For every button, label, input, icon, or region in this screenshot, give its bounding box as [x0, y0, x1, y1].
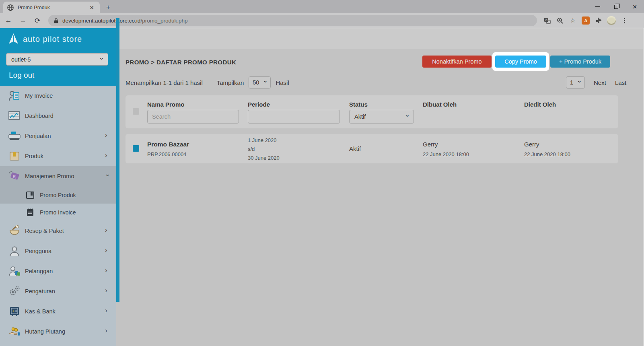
page-number-select[interactable]: 1 — [566, 76, 585, 89]
gear-icon — [8, 285, 21, 297]
hand-coins-icon — [8, 325, 21, 338]
safe-icon — [8, 305, 21, 317]
sidebar-subitem-promo-produk[interactable]: Promo Produk — [0, 186, 116, 204]
sidebar-item-hutang-piutang[interactable]: Hutang Piutang — [0, 321, 116, 342]
promo-produk-icon — [25, 190, 35, 200]
tab-title: Promo Produk — [18, 5, 88, 10]
sidebar-item-label: Resep & Paket — [25, 228, 64, 234]
window-minimize-button[interactable] — [588, 0, 607, 13]
window-restore-button[interactable] — [607, 0, 625, 13]
window-controls: ✕ — [588, 0, 644, 13]
bookmark-star-icon[interactable]: ☆ — [568, 15, 578, 26]
show-label: Tampilkan — [217, 79, 244, 86]
product-box-icon — [8, 150, 21, 162]
column-header-periode: Periode — [248, 101, 270, 108]
sidebar-item-pengaturan[interactable]: Pengaturan — [0, 281, 116, 301]
mortar-pestle-icon — [8, 225, 21, 237]
back-button[interactable]: ← — [2, 14, 14, 27]
promo-code: PRP.2006.00004 — [147, 151, 186, 157]
promo-name[interactable]: Promo Bazaar — [147, 141, 189, 148]
sidebar-item-resep-paket[interactable]: Resep & Paket — [0, 221, 116, 241]
created-by: Gerry — [423, 141, 438, 148]
chevron-right-icon — [105, 289, 109, 293]
chevron-right-icon — [105, 134, 109, 138]
copy-promo-highlight: Copy Promo — [492, 52, 549, 71]
status-filter-select[interactable]: Aktif — [349, 110, 414, 124]
sidebar: auto pilot store outlet-5 Log out My Inv… — [0, 28, 116, 346]
address-bar[interactable]: development.autopilotstore.co.id/promo_p… — [48, 15, 537, 26]
periode-filter-input[interactable] — [248, 110, 340, 124]
pagination-next[interactable]: Next — [594, 79, 606, 86]
sidebar-scrollbar[interactable] — [116, 18, 119, 302]
browser-tab[interactable]: Promo Produk ✕ — [3, 2, 100, 13]
sidebar-item-label: Manajemen Promo — [25, 173, 74, 179]
logout-link[interactable]: Log out — [9, 71, 34, 80]
chevron-right-icon — [105, 309, 109, 313]
chevron-down-icon — [577, 80, 581, 84]
window-close-button[interactable]: ✕ — [625, 0, 644, 13]
deactivate-promo-button[interactable]: Nonaktifkan Promo — [422, 56, 492, 68]
browser-toolbar: ← → ⟳ development.autopilotstore.co.id/p… — [0, 13, 644, 28]
copy-promo-button[interactable]: Copy Promo — [495, 56, 546, 68]
promo-status: Aktif — [349, 145, 361, 152]
period-start: 1 June 2020 — [248, 137, 277, 143]
promo-invoice-icon — [25, 208, 35, 217]
table-row[interactable]: Promo Bazaar PRP.2006.00004 1 June 2020 … — [126, 134, 618, 163]
page-size-select[interactable]: 50 — [249, 76, 271, 89]
breadcrumb: PROMO > DAFTAR PROMO PRODUK — [126, 59, 236, 66]
chevron-down-icon — [263, 80, 267, 84]
sidebar-item-pengguna[interactable]: Pengguna — [0, 241, 116, 261]
paper-plane-logo-icon — [8, 33, 19, 45]
tab-close-icon[interactable]: ✕ — [88, 4, 96, 11]
status-filter-value: Aktif — [354, 113, 366, 120]
chevron-right-icon — [105, 269, 109, 273]
brand: auto pilot store — [8, 33, 82, 45]
forward-button[interactable]: → — [17, 14, 29, 27]
pagination-last[interactable]: Last — [615, 79, 626, 86]
nama-promo-filter-input[interactable] — [147, 110, 239, 124]
globe-favicon-icon — [7, 4, 14, 11]
menu-dots-icon[interactable] — [619, 15, 630, 26]
sidebar-item-penjualan[interactable]: Penjualan — [0, 126, 116, 146]
tab-strip: Promo Produk ✕ + ✕ — [0, 0, 644, 13]
new-tab-button[interactable]: + — [103, 2, 113, 12]
chevron-right-icon — [105, 154, 109, 158]
sidebar-item-produk[interactable]: Produk — [0, 146, 116, 166]
sidebar-item-manajemen-promo[interactable]: % Manajemen Promo — [0, 166, 116, 186]
sidebar-item-my-invoice[interactable]: My Invoice — [0, 86, 116, 106]
select-all-checkbox[interactable] — [133, 108, 139, 115]
column-header-diedit-oleh: Diedit Oleh — [524, 101, 556, 108]
sidebar-item-dashboard[interactable]: Dashboard — [0, 106, 116, 126]
lock-icon — [54, 18, 58, 23]
sidebar-item-label: My Invoice — [25, 93, 53, 99]
promo-tag-icon: % — [8, 170, 21, 182]
main-content: PROMO > DAFTAR PROMO PRODUK Nonaktifkan … — [119, 28, 644, 346]
sidebar-item-label: Dashboard — [25, 113, 53, 119]
page-header-strip — [119, 28, 644, 49]
profile-avatar[interactable] — [606, 15, 617, 26]
zoom-icon[interactable] — [555, 15, 565, 26]
active-menu-block: % Manajemen Promo Promo Produk — [0, 166, 116, 204]
reload-button[interactable]: ⟳ — [31, 14, 43, 27]
extensions-puzzle-icon[interactable] — [593, 15, 604, 26]
results-summary-row: Menampilkan 1-1 dari 1 hasil Tampilkan 5… — [126, 76, 289, 89]
sidebar-item-pelanggan[interactable]: Pelanggan — [0, 261, 116, 281]
chevron-right-icon — [105, 229, 109, 233]
url-text: development.autopilotstore.co.id/promo_p… — [62, 18, 187, 24]
chevron-down-icon — [405, 115, 409, 119]
url-path: /promo_produk.php — [140, 18, 187, 24]
page-number-value: 1 — [570, 79, 573, 86]
customer-icon — [8, 265, 21, 277]
pagination: 1 Next Last — [566, 76, 626, 89]
shop-extension-icon[interactable]: a — [580, 15, 591, 26]
chevron-down-icon — [99, 58, 103, 62]
outlet-select[interactable]: outlet-5 — [6, 53, 108, 66]
translate-icon[interactable]: G — [542, 15, 552, 26]
row-checkbox-checked[interactable] — [133, 145, 139, 152]
sidebar-item-label: Kas & Bank — [25, 308, 56, 315]
sidebar-subitem-promo-invoice[interactable]: Promo Invoice — [0, 204, 116, 221]
sidebar-item-kas-bank[interactable]: Kas & Bank — [0, 301, 116, 321]
column-header-nama-promo: Nama Promo — [147, 101, 185, 108]
chevron-right-icon — [105, 249, 109, 253]
add-promo-produk-button[interactable]: + Promo Produk — [550, 56, 610, 68]
